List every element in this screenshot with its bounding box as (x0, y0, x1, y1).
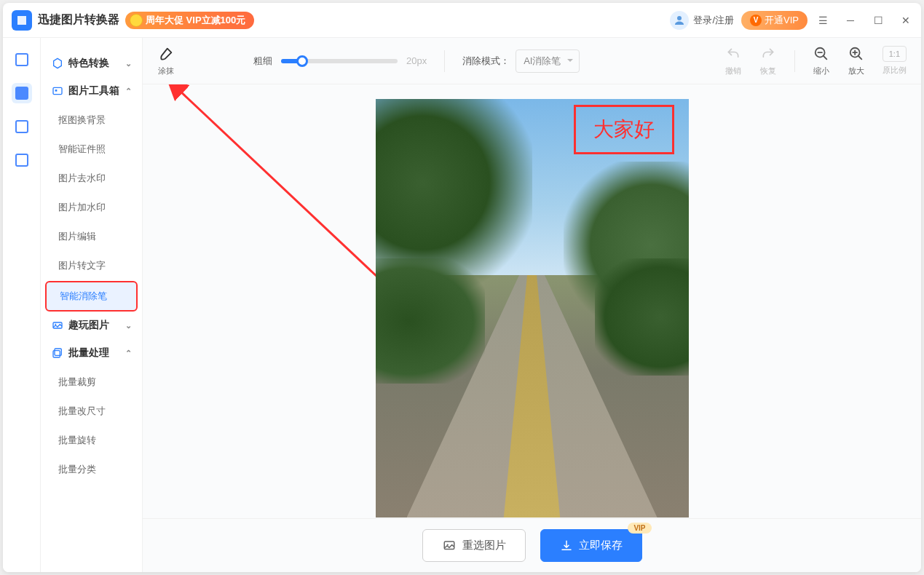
vip-button[interactable]: V 开通VIP (741, 11, 807, 30)
rail-convert[interactable] (12, 49, 32, 70)
hexagon-icon (51, 57, 64, 70)
user-login[interactable]: 登录/注册 (670, 11, 734, 30)
brush-tool[interactable]: 涂抹 (157, 45, 175, 76)
vip-button-label: 开通VIP (765, 14, 799, 27)
app-logo (12, 10, 32, 31)
slider-knob[interactable] (296, 55, 308, 67)
ratio-label: 原比例 (882, 65, 907, 76)
maximize-button[interactable]: ☐ (872, 14, 885, 27)
rail-batch[interactable] (12, 150, 32, 170)
svg-rect-2 (55, 90, 58, 92)
zoom-in-button[interactable]: 放大 (848, 45, 865, 76)
toolbox-icon (51, 84, 64, 98)
sidebar-group-fun[interactable]: 趣玩图片 ⌄ (48, 312, 135, 339)
login-text: 登录/注册 (693, 14, 734, 27)
svg-rect-1 (53, 87, 62, 94)
rail-toolbox[interactable] (12, 83, 32, 103)
avatar-icon (670, 11, 689, 30)
brush-icon (157, 45, 175, 63)
person-icon (673, 14, 686, 27)
chevron-down-icon: ⌄ (125, 59, 132, 68)
ratio-button[interactable]: 1:1 原比例 (882, 46, 907, 76)
editor-toolbar: 涂抹 粗细 20px 消除模式： AI消除笔 (143, 38, 921, 84)
app-window: 迅捷图片转换器 周年大促 VIP立减100元 登录/注册 V 开通VIP ☰ ─… (3, 3, 921, 572)
close-button[interactable]: ✕ (899, 14, 912, 27)
sidebar-item-idphoto[interactable]: 智能证件照 (48, 135, 135, 163)
menu-button[interactable]: ☰ (816, 14, 829, 27)
zoom-out-label: 缩小 (813, 66, 829, 76)
sidebar-item-batchresize[interactable]: 批量改尺寸 (48, 397, 135, 425)
canvas-area: 大家好 (143, 84, 921, 518)
download-icon (560, 539, 573, 552)
bottom-bar: 重选图片 立即保存 VIP (143, 518, 921, 572)
window-controls: ☰ ─ ☐ ✕ (816, 14, 912, 27)
sidebar-group-label: 特色转换 (68, 57, 109, 70)
redo-button[interactable]: 恢复 (759, 45, 777, 76)
sidebar-group-toolbox[interactable]: 图片工具箱 ⌃ (48, 77, 135, 105)
zoom-in-label: 放大 (848, 66, 864, 76)
rail-fun[interactable] (12, 116, 32, 137)
svg-line-9 (179, 90, 405, 303)
minimize-button[interactable]: ─ (844, 14, 857, 27)
stack-icon (51, 346, 64, 360)
main-area: 涂抹 粗细 20px 消除模式： AI消除笔 (143, 38, 921, 572)
vip-icon: V (750, 15, 762, 26)
sidebar-group-special[interactable]: 特色转换 ⌄ (48, 49, 135, 77)
hexagon-icon (15, 53, 28, 66)
app-title: 迅捷图片转换器 (38, 12, 119, 28)
sidebar-item-edit[interactable]: 图片编辑 (48, 223, 135, 250)
zoom-out-button[interactable]: 缩小 (813, 45, 830, 76)
titlebar: 迅捷图片转换器 周年大促 VIP立减100元 登录/注册 V 开通VIP ☰ ─… (3, 3, 921, 38)
sparkle-icon (51, 319, 64, 332)
sidebar-group-label: 图片工具箱 (68, 84, 119, 98)
divider (444, 50, 445, 72)
sidebar-group-label: 趣玩图片 (68, 319, 109, 332)
save-label: 立即保存 (579, 539, 623, 552)
svg-point-0 (677, 16, 682, 20)
thickness-value: 20px (406, 55, 427, 66)
sidebar-item-batchclassify[interactable]: 批量分类 (48, 456, 135, 483)
category-rail (3, 38, 41, 572)
coin-icon (130, 14, 143, 27)
zoom-in-icon (848, 45, 865, 63)
image-content (376, 99, 689, 518)
sidebar-group-label: 批量处理 (68, 346, 109, 360)
promo-badge[interactable]: 周年大促 VIP立减100元 (125, 12, 254, 29)
chevron-up-icon: ⌃ (125, 349, 132, 358)
sidebar-item-eraser[interactable]: 智能消除笔 (45, 281, 138, 312)
sidebar-item-removewm[interactable]: 图片去水印 (48, 164, 135, 192)
sidebar-item-ocr[interactable]: 图片转文字 (48, 252, 135, 279)
ratio-badge: 1:1 (882, 46, 907, 62)
watermark-text: 大家好 (593, 116, 655, 143)
undo-icon (724, 45, 742, 63)
thickness-slider[interactable] (281, 59, 398, 63)
brush-label: 涂抹 (158, 66, 174, 76)
thickness-control: 粗细 20px (253, 55, 427, 68)
mode-label: 消除模式： (462, 55, 510, 68)
image-swap-icon (442, 539, 457, 552)
redo-icon (759, 45, 777, 63)
redo-label: 恢复 (760, 66, 776, 76)
promo-text: 周年大促 VIP立减100元 (146, 14, 245, 27)
divider (794, 50, 795, 72)
image-preview[interactable]: 大家好 (376, 99, 689, 518)
image-icon (15, 14, 28, 27)
vip-tag: VIP (628, 523, 651, 534)
save-button[interactable]: 立即保存 VIP (540, 529, 642, 562)
chevron-up-icon: ⌃ (125, 87, 132, 96)
sidebar-group-batch[interactable]: 批量处理 ⌃ (48, 339, 135, 367)
sidebar-item-batchcrop[interactable]: 批量裁剪 (48, 368, 135, 396)
undo-button[interactable]: 撤销 (724, 45, 742, 76)
sidebar-item-batchrotate[interactable]: 批量旋转 (48, 427, 135, 454)
reselect-button[interactable]: 重选图片 (422, 529, 526, 562)
thickness-label: 粗细 (253, 55, 272, 68)
stack-icon (15, 154, 28, 167)
sidebar-item-cutout[interactable]: 抠图换背景 (48, 106, 135, 134)
sidebar: 特色转换 ⌄ 图片工具箱 ⌃ 抠图换背景 智能证件照 图片去水印 图片加水印 图… (41, 38, 143, 572)
undo-label: 撤销 (725, 66, 741, 76)
grid-icon (15, 87, 28, 100)
erase-mode-control: 消除模式： AI消除笔 (462, 49, 579, 73)
body: 特色转换 ⌄ 图片工具箱 ⌃ 抠图换背景 智能证件照 图片去水印 图片加水印 图… (3, 38, 921, 572)
mode-select[interactable]: AI消除笔 (516, 49, 579, 73)
sidebar-item-addwm[interactable]: 图片加水印 (48, 194, 135, 221)
